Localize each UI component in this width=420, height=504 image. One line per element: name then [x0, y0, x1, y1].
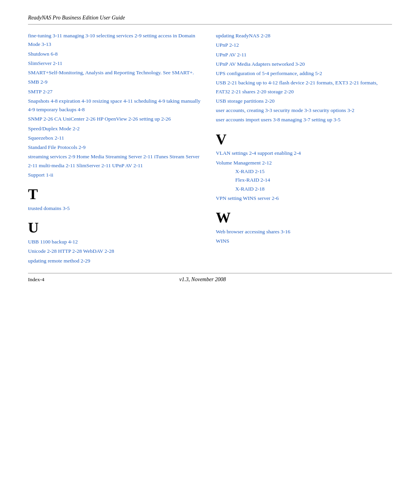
entry-group-smb: SMB 2-9 [28, 78, 204, 86]
list-item[interactable]: USB storage [216, 98, 243, 104]
list-item[interactable]: accounts, creating 3-3 [226, 107, 272, 113]
section-w-heading: W [216, 210, 392, 226]
list-item[interactable]: Speed/Duplex Mode 2-2 [28, 126, 80, 131]
list-item[interactable]: UPnP AV 2-11 [216, 52, 247, 58]
list-item[interactable]: X-RAID 2-15 [216, 167, 392, 176]
entry-group-user-accounts: user accounts import users 3-8 managing … [216, 116, 392, 124]
list-item[interactable]: flash device 2-21 [279, 80, 315, 86]
entry-group-snapshots: Snapshots 4-8 expiration 4-10 resizing s… [28, 97, 204, 114]
list-item[interactable]: updating ReadyNAS 2-28 [216, 33, 270, 38]
list-item[interactable]: UPnP AV Media Adapters [216, 61, 270, 67]
list-item[interactable]: remote method 2-29 [48, 258, 90, 264]
list-item[interactable]: streaming services 2-9 [28, 154, 75, 159]
list-item[interactable]: CA UniCenter 2-26 [54, 116, 96, 122]
entry-group-snmp: SNMP 2-26 CA UniCenter 2-26 HP OpenView … [28, 115, 204, 123]
entry-group-support: Support 1-ii [28, 171, 204, 179]
list-item[interactable]: SNMP 2-26 [28, 116, 53, 122]
list-item[interactable]: security options 3-2 [313, 107, 354, 113]
entry-group-squeezebox: Squeezebox 2-11 [28, 134, 204, 142]
list-item[interactable]: USB 2-21 [216, 80, 237, 86]
list-item[interactable]: resizing space 4-11 [93, 98, 133, 104]
list-item[interactable]: Volume Management 2-12 [216, 160, 272, 166]
list-item[interactable]: partitions 2-20 [244, 98, 275, 104]
list-item[interactable]: Standard File Protocols 2-9 [28, 144, 86, 150]
entry-group-upnp-av: UPnP AV 2-11 [216, 51, 392, 59]
list-item[interactable]: Web browser [216, 229, 243, 234]
list-item[interactable]: updating [28, 258, 46, 264]
list-item[interactable]: Support 1-ii [28, 172, 53, 178]
list-item[interactable]: UPnP AV 2-11 [112, 163, 143, 168]
list-item[interactable]: shares 2-20 [242, 89, 266, 94]
section-t-heading: T [28, 186, 204, 203]
entry-group-web-browser: Web browser accessing shares 3-16 [216, 228, 392, 236]
list-item[interactable]: selecting services 2-9 [96, 33, 142, 38]
list-item[interactable]: formats, EXT3 2-21 [317, 80, 359, 86]
list-item[interactable]: Snapshots 4-8 [28, 98, 58, 104]
list-item[interactable]: WINS [216, 238, 229, 244]
list-item[interactable]: support enabling 2-4 [257, 150, 301, 156]
list-item[interactable]: SMB 2-9 [28, 79, 47, 85]
list-item[interactable]: multi-media 2-11 [39, 163, 75, 168]
entry-group-upnp-av-media: UPnP AV Media Adapters networked 3-20 [216, 60, 392, 68]
list-item[interactable]: setting up 2-26 [139, 116, 171, 122]
list-item[interactable]: VLAN [216, 150, 231, 156]
list-item[interactable]: 1100 backup 4-12 [40, 239, 78, 245]
footer-version: v1.3, November 2008 [44, 276, 361, 283]
list-item[interactable]: setting up 3-5 [312, 117, 340, 122]
list-item[interactable]: backing up to 4-12 [238, 80, 278, 86]
list-item[interactable]: user accounts [216, 117, 244, 122]
entry-group-wins: WINS [216, 237, 392, 245]
list-item[interactable]: SlimServer 2-11 [77, 163, 111, 168]
list-item[interactable]: Unicode 2-28 [28, 248, 57, 254]
list-item[interactable]: SlimServer 2-11 [28, 60, 62, 66]
list-item[interactable]: configuration of 5-4 [227, 70, 269, 76]
list-item[interactable]: performance, adding 5-2 [270, 70, 322, 76]
entry-group-speed: Speed/Duplex Mode 2-2 [28, 124, 204, 133]
page-footer: Index-4 v1.3, November 2008 [28, 273, 392, 283]
list-item[interactable]: user [216, 107, 225, 113]
footer-index-label: Index-4 [28, 276, 44, 283]
list-item[interactable]: UPS [216, 70, 226, 76]
list-item[interactable]: accessing shares 3-16 [245, 229, 290, 234]
list-item[interactable]: VPN [216, 195, 226, 201]
list-item[interactable]: SMTP 2-27 [28, 89, 52, 94]
list-item[interactable]: settings 2-4 [232, 150, 256, 156]
list-item[interactable]: setting WINS server 2-6 [228, 195, 278, 201]
list-item[interactable]: WebDAV 2-28 [83, 248, 114, 254]
list-item[interactable]: Flex-RAID 2-14 [216, 176, 392, 184]
entry-group-slimserver: SlimServer 2-11 [28, 59, 204, 68]
entry-group-updating: updating remote method 2-29 [28, 257, 204, 265]
list-item[interactable]: networked 3-20 [272, 61, 305, 67]
entry-group-user: user accounts, creating 3-3 security mod… [216, 106, 392, 115]
list-item[interactable]: X-RAID 2-18 [216, 185, 392, 193]
list-item[interactable]: expiration 4-10 [59, 98, 91, 104]
list-item[interactable]: managing 3-7 [281, 117, 310, 122]
list-item[interactable]: HTTP 2-28 [58, 248, 82, 254]
section-v-heading: V [216, 131, 392, 148]
list-item[interactable]: UBB [28, 239, 39, 245]
entry-group-standard: Standard File Protocols 2-9 [28, 143, 204, 152]
list-item[interactable]: Squeezebox 2-11 [28, 135, 64, 141]
left-column: fine-tuning 3-11 managing 3-10 selecting… [28, 32, 204, 266]
list-item[interactable]: temporary backups 4-8 [36, 107, 84, 112]
list-item[interactable]: Home Media Streaming Server 2-11 [77, 154, 153, 159]
list-item[interactable]: security mode 3-3 [273, 107, 311, 113]
list-item[interactable]: UPnP 2-12 [216, 42, 239, 48]
list-item[interactable]: SMART+Self-Monitoring, Analysis and Repo… [28, 70, 135, 75]
list-item[interactable]: managing 3-10 [63, 33, 95, 38]
list-item[interactable]: scheduling 4-9 [134, 98, 165, 104]
list-item[interactable]: trusted domains 3-5 [28, 205, 70, 211]
entry-group-smtp: SMTP 2-27 [28, 88, 204, 96]
entry-group-ups: UPS configuration of 5-4 performance, ad… [216, 69, 392, 78]
entry-group-s-cont: fine-tuning 3-11 managing 3-10 selecting… [28, 32, 204, 49]
list-item[interactable]: HP OpenView 2-26 [97, 116, 138, 122]
list-item[interactable]: Shutdown 6-8 [28, 51, 58, 57]
list-item[interactable]: import users 3-8 [245, 117, 280, 122]
entry-group-upnp: UPnP 2-12 [216, 41, 392, 49]
entry-group-ubb: UBB 1100 backup 4-12 [28, 238, 204, 246]
list-item[interactable]: storage 2-20 [268, 89, 294, 94]
right-column: updating ReadyNAS 2-28 UPnP 2-12 UPnP AV… [216, 32, 392, 266]
list-item[interactable]: Technology. See SMART+. [136, 70, 194, 75]
index-content: fine-tuning 3-11 managing 3-10 selecting… [28, 32, 392, 266]
list-item[interactable]: fine-tuning 3-11 [28, 33, 62, 38]
